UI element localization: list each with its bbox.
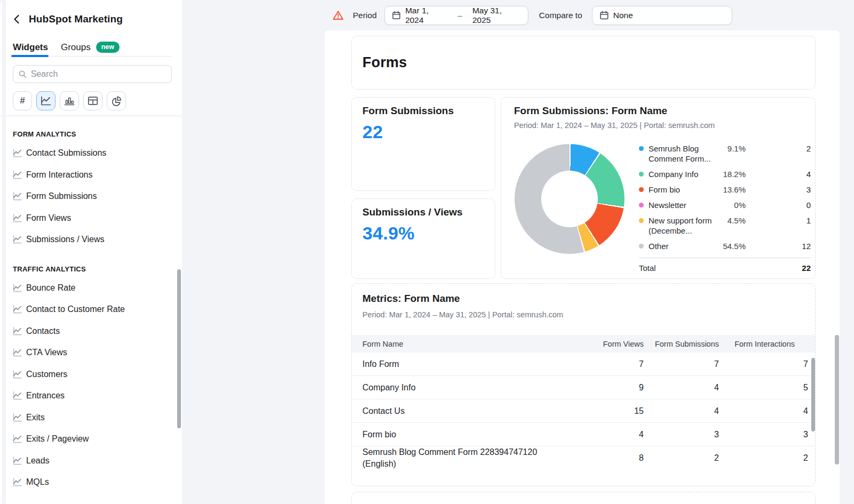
legend-color-dot bbox=[639, 172, 644, 177]
legend-percent: 13.6% bbox=[714, 185, 746, 195]
table-scrollbar[interactable] bbox=[811, 358, 815, 431]
sidebar-item-leads[interactable]: Leads bbox=[13, 450, 182, 472]
filter-table-button[interactable] bbox=[83, 91, 102, 110]
metrics-form-name-widget[interactable]: Metrics: Form Name Period: Mar 1, 2024 –… bbox=[351, 283, 816, 486]
search-input[interactable] bbox=[31, 69, 166, 79]
filter-line-chart-button[interactable] bbox=[36, 91, 56, 110]
table-row-contact-us[interactable]: Contact Us1544 bbox=[352, 399, 815, 423]
legend-row-semrush-blog-comment-form[interactable]: Semrush Blog Comment Form...9.1%2 bbox=[639, 143, 811, 164]
sidebar-item-submissions-views[interactable]: Submissions / Views bbox=[13, 229, 182, 251]
app-page: HubSpot Marketing Widgets Groups new # F… bbox=[0, 0, 854, 504]
form-submissions-by-name-widget[interactable]: Form Submissions: Form Name Period: Mar … bbox=[501, 97, 816, 279]
cell-form-views: 9 bbox=[574, 383, 644, 393]
sidebar-header: HubSpot Marketing Widgets Groups new # bbox=[0, 0, 182, 116]
table-row-info-form[interactable]: Info Form777 bbox=[352, 353, 815, 376]
sidebar-item-mqls[interactable]: MQLs bbox=[13, 471, 182, 493]
table-row-semrush-blog-comment-form-228394747120-english[interactable]: Semrush Blog Comment Form 228394747120 (… bbox=[352, 446, 815, 470]
sidebar-item-form-views[interactable]: Form Views bbox=[13, 207, 182, 229]
calendar-icon bbox=[600, 11, 608, 20]
sidebar-item-label: Leads bbox=[26, 456, 50, 466]
sidebar-title: HubSpot Marketing bbox=[29, 13, 123, 25]
widget-subtitle: Period: Mar 1, 2024 – May 31, 2025 | Por… bbox=[362, 310, 563, 319]
sidebar-item-exits-pageview[interactable]: Exits / Pageview bbox=[13, 428, 182, 450]
legend-label: New support form (Decembe... bbox=[649, 215, 714, 236]
cell-form-submissions: 3 bbox=[644, 430, 719, 439]
compare-to-picker[interactable]: None bbox=[592, 6, 732, 25]
section-title-form-analytics: FORM ANALYTICS bbox=[13, 130, 182, 138]
chevron-left-icon bbox=[13, 14, 20, 24]
column-header-form-name[interactable]: Form Name bbox=[362, 338, 574, 350]
filter-bar-chart-button[interactable] bbox=[60, 91, 79, 110]
cell-form-submissions: 2 bbox=[644, 453, 719, 463]
line-chart-icon bbox=[13, 214, 22, 222]
table-row-form-bio[interactable]: Form bio433 bbox=[352, 423, 815, 446]
sidebar-item-contact-submissions[interactable]: Contact Submissions bbox=[13, 142, 182, 164]
line-chart-icon bbox=[41, 96, 51, 106]
sidebar-item-form-submissions[interactable]: Form Submissions bbox=[13, 186, 182, 207]
sidebar-item-customers[interactable]: Customers bbox=[13, 364, 182, 386]
legend-label: Other bbox=[649, 241, 714, 251]
next-widget-partial[interactable] bbox=[351, 492, 816, 504]
sidebar-item-label: Form Submissions bbox=[26, 191, 97, 201]
legend-row-newsletter[interactable]: Newsletter0%0 bbox=[639, 200, 811, 210]
legend-label: Newsletter bbox=[649, 200, 714, 210]
sidebar-item-label: Submissions / Views bbox=[26, 235, 104, 244]
form-submissions-widget[interactable]: Form Submissions 22 bbox=[351, 97, 495, 191]
sidebar-item-entrances[interactable]: Entrances bbox=[13, 385, 182, 407]
tab-widgets[interactable]: Widgets bbox=[13, 38, 48, 56]
column-header-form-views[interactable]: Form Views bbox=[574, 340, 644, 348]
tab-groups[interactable]: Groups new bbox=[61, 38, 120, 56]
filter-pie-chart-button[interactable] bbox=[107, 91, 126, 110]
legend-row-other[interactable]: Other54.5%12 bbox=[639, 241, 811, 251]
cell-form-interactions: 5 bbox=[719, 383, 808, 393]
line-chart-icon bbox=[13, 149, 22, 157]
section-list: Contact SubmissionsForm InteractionsForm… bbox=[13, 142, 182, 251]
legend-row-company-info[interactable]: Company Info18.2%4 bbox=[639, 169, 811, 179]
sidebar-item-contacts[interactable]: Contacts bbox=[13, 321, 182, 342]
cell-form-interactions: 2 bbox=[719, 453, 808, 463]
sidebar-item-label: Customers bbox=[26, 370, 67, 379]
cell-form-submissions: 4 bbox=[644, 383, 719, 393]
submissions-views-value: 34.9% bbox=[362, 223, 495, 244]
sidebar-item-exits[interactable]: Exits bbox=[13, 407, 182, 429]
metrics-table: Form Name Form Views Form Submissions Fo… bbox=[352, 335, 815, 470]
cell-form-interactions: 7 bbox=[719, 359, 808, 369]
period-range-picker[interactable]: Mar 1, 2024 – May 31, 2025 bbox=[384, 6, 528, 25]
active-tab-underline bbox=[11, 55, 49, 57]
line-chart-icon bbox=[13, 284, 22, 292]
widget-subtitle: Period: Mar 1, 2024 – May 31, 2025 | Por… bbox=[514, 121, 715, 130]
forms-section-widget[interactable]: Forms bbox=[351, 36, 816, 90]
legend-label: Company Info bbox=[649, 169, 714, 179]
column-header-form-interactions[interactable]: Form Interactions bbox=[719, 340, 808, 348]
page-scrollbar[interactable] bbox=[835, 335, 839, 465]
warning-icon bbox=[333, 10, 344, 20]
sidebar-item-contact-to-customer-rate[interactable]: Contact to Customer Rate bbox=[13, 299, 182, 321]
line-chart-icon bbox=[13, 413, 22, 422]
donut-chart[interactable] bbox=[515, 144, 624, 254]
sidebar-item-label: Contact Submissions bbox=[26, 148, 106, 158]
tab-groups-label: Groups bbox=[61, 42, 91, 53]
table-row-company-info[interactable]: Company Info945 bbox=[352, 376, 815, 399]
legend-count: 2 bbox=[746, 143, 811, 154]
sidebar-item-form-interactions[interactable]: Form Interactions bbox=[13, 164, 182, 186]
pie-chart-icon bbox=[111, 96, 122, 106]
back-button[interactable] bbox=[13, 14, 20, 24]
sidebar-item-label: Exits bbox=[26, 413, 45, 422]
sidebar-scrollbar[interactable] bbox=[177, 269, 181, 428]
line-chart-icon bbox=[13, 327, 22, 335]
cell-form-name: Semrush Blog Comment Form 228394747120 (… bbox=[362, 446, 574, 470]
legend-color-dot bbox=[639, 244, 644, 249]
sidebar-item-cta-views[interactable]: CTA Views bbox=[13, 342, 182, 364]
legend-row-new-support-form-decembe[interactable]: New support form (Decembe...4.5%1 bbox=[639, 215, 811, 236]
column-header-form-submissions[interactable]: Form Submissions bbox=[644, 340, 719, 348]
filter-number-button[interactable]: # bbox=[13, 91, 32, 110]
search-box[interactable] bbox=[13, 65, 172, 83]
sidebar-item-bounce-rate[interactable]: Bounce Rate bbox=[13, 277, 182, 299]
legend-color-dot bbox=[639, 218, 644, 223]
line-chart-icon bbox=[13, 235, 22, 244]
search-icon bbox=[19, 70, 27, 78]
submissions-views-widget[interactable]: Submissions / Views 34.9% bbox=[351, 198, 495, 279]
legend-row-form-bio[interactable]: Form bio13.6%3 bbox=[639, 185, 811, 195]
table-body: Info Form777Company Info945Contact Us154… bbox=[352, 353, 815, 470]
legend-count: 12 bbox=[746, 241, 811, 251]
